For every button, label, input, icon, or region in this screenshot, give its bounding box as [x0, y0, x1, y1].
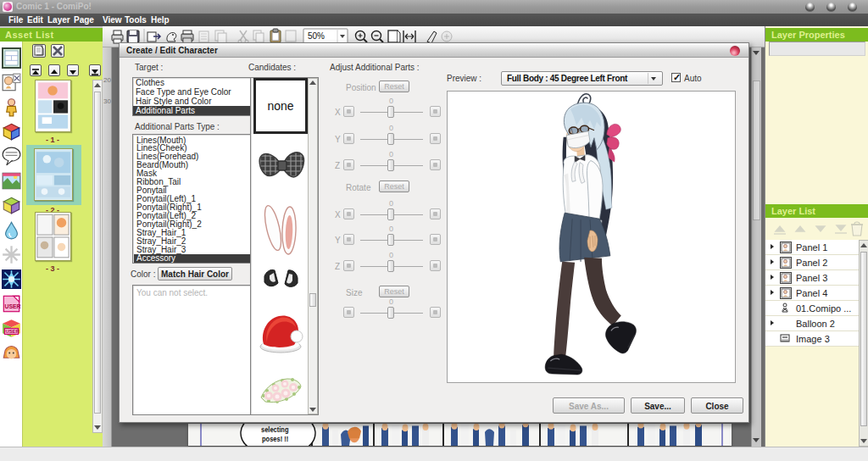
svg-text:selecting: selecting [261, 425, 289, 434]
svg-text:poses! !!: poses! !! [262, 434, 288, 443]
svg-text:USER: USER [4, 303, 20, 309]
svg-text:50%: 50% [308, 31, 325, 41]
svg-text:USER: USER [6, 329, 20, 334]
